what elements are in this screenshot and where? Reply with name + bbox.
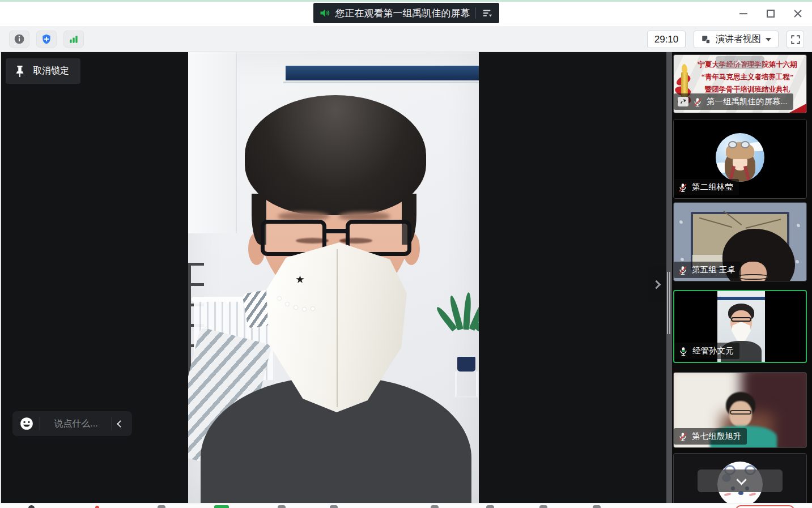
- view-mode-label: 演讲者视图: [716, 33, 761, 45]
- window-edge: [0, 52, 1, 503]
- screenshare-label: 第一组禹凯佳的屏幕...: [674, 93, 793, 110]
- chat-divider: [112, 417, 112, 430]
- fullscreen-icon: [790, 35, 801, 45]
- share-screen-button-partial[interactable]: [214, 505, 229, 508]
- security-button[interactable]: [36, 31, 57, 48]
- unpin-label: 取消锁定: [33, 65, 69, 77]
- fullscreen-button[interactable]: [787, 31, 804, 48]
- chat-divider: [40, 417, 40, 430]
- shield-plus-icon: [41, 33, 52, 45]
- participant-name: 第二组林莹: [692, 182, 733, 193]
- mic-muted-icon: [692, 97, 703, 107]
- mic-on-icon: [678, 346, 688, 356]
- close-button[interactable]: [790, 7, 805, 20]
- mic-muted-icon: [678, 432, 688, 442]
- avatar: [716, 133, 764, 182]
- chat-bar: 说点什么...: [12, 411, 132, 436]
- toast-divider: [475, 7, 476, 19]
- participant-name: 第五组 王卓: [692, 264, 736, 275]
- main-speaker-video[interactable]: [188, 52, 479, 503]
- toolbar-left-group: [9, 31, 84, 48]
- window-controls: [736, 7, 805, 20]
- toolbar-button-partial[interactable]: [158, 505, 165, 508]
- mic-muted-icon: [678, 265, 688, 275]
- toolbar-button-partial[interactable]: [330, 505, 338, 508]
- participant-name: 第一组禹凯佳的屏幕...: [707, 96, 788, 107]
- network-quality-button[interactable]: [63, 31, 84, 48]
- end-meeting-button-partial[interactable]: [736, 505, 794, 508]
- participant-name: 经管孙文元: [692, 345, 734, 356]
- emoji-icon[interactable]: [19, 416, 34, 431]
- chat-input[interactable]: 说点什么...: [46, 418, 106, 430]
- speaker-person: [188, 52, 479, 503]
- unpin-button[interactable]: 取消锁定: [6, 58, 80, 84]
- camera-button-partial[interactable]: [95, 506, 99, 508]
- chevron-down-icon: [766, 38, 771, 41]
- participant-tile-partial[interactable]: [673, 453, 807, 503]
- toolbar-right-group: 29:10 演讲者视图: [647, 31, 804, 48]
- toast-text: 您正在观看第一组禹凯佳的屏幕: [335, 7, 470, 20]
- participants-sidebar: 宁夏大学经济管理学院第十六期 “青年马克思主义者培养工程” 暨团学骨干培训班结业…: [672, 52, 812, 503]
- watching-toast: 您正在观看第一组禹凯佳的屏幕: [313, 3, 499, 23]
- screenshare-icon: [678, 97, 688, 106]
- layout-view-icon: [701, 35, 711, 45]
- chevron-up-icon: [735, 60, 743, 68]
- screenshare-tile[interactable]: 宁夏大学经济管理学院第十六期 “青年马克思主义者培养工程” 暨团学骨干培训班结业…: [673, 54, 807, 113]
- scroll-down-button[interactable]: [698, 469, 783, 492]
- scroll-up-button[interactable]: [716, 56, 764, 69]
- participant-label: 第五组 王卓: [674, 262, 741, 278]
- chat-collapse-icon[interactable]: [117, 420, 124, 428]
- maximize-button[interactable]: [763, 7, 778, 20]
- participant-label: 第二组林莹: [674, 179, 739, 195]
- timer-value: 29:10: [654, 34, 679, 45]
- sidebar-collapse-handle[interactable]: [648, 266, 666, 302]
- toolbar-button-partial[interactable]: [431, 505, 439, 508]
- participant-label: 经管孙文元: [674, 343, 739, 359]
- signal-bars-icon: [68, 33, 79, 45]
- mic-muted-icon: [678, 182, 688, 193]
- speaker-icon: [319, 7, 330, 19]
- meeting-info-button[interactable]: [9, 31, 29, 48]
- view-mode-button[interactable]: 演讲者视图: [694, 31, 779, 48]
- bottom-toolbar-partial: [0, 503, 812, 508]
- meeting-toolbar: 29:10 演讲者视图: [0, 26, 812, 52]
- pin-icon: [15, 65, 25, 78]
- participant-tile-active-speaker[interactable]: 经管孙文元: [673, 290, 807, 363]
- toolbar-button-partial[interactable]: [486, 505, 494, 508]
- toolbar-button-partial[interactable]: [593, 505, 601, 508]
- info-icon: [14, 33, 25, 45]
- chevron-right-icon: [652, 280, 661, 289]
- participant-tile[interactable]: 第五组 王卓: [673, 202, 807, 281]
- screenshare-border: [0, 0, 812, 2]
- minimize-button[interactable]: [736, 7, 751, 20]
- toolbar-button-partial[interactable]: [539, 505, 547, 508]
- toolbar-button-partial[interactable]: [278, 505, 286, 508]
- chevron-down-icon: [736, 475, 746, 485]
- mic-button-partial[interactable]: [28, 505, 35, 508]
- meeting-timer: 29:10: [647, 31, 686, 48]
- titlebar: 您正在观看第一组禹凯佳的屏幕: [0, 0, 812, 26]
- participant-tile[interactable]: 第七组殷旭升: [673, 372, 807, 448]
- participant-label: 第七组殷旭升: [674, 428, 747, 445]
- sidebar-resize-grip[interactable]: [667, 272, 671, 334]
- participant-tile[interactable]: 第二组林莹: [673, 119, 807, 199]
- main-stage: 取消锁定 说点什么...: [0, 52, 812, 503]
- meeting-window: 您正在观看第一组禹凯佳的屏幕: [0, 0, 812, 508]
- participant-name: 第七组殷旭升: [692, 431, 741, 442]
- layout-menu-icon[interactable]: [481, 7, 494, 19]
